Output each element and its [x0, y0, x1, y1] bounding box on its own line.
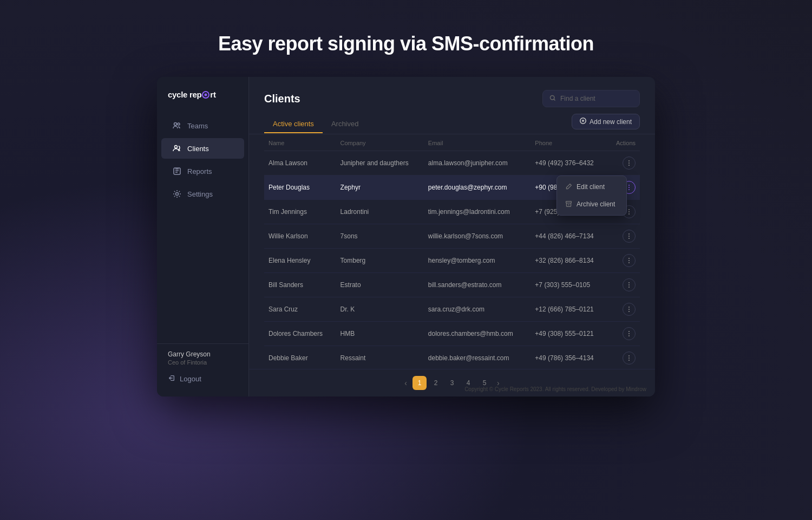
svg-point-21 — [628, 260, 630, 261]
tab-active-clients[interactable]: Active clients — [264, 115, 323, 133]
context-menu-edit[interactable]: Edit client — [557, 178, 626, 196]
page-1-button[interactable]: 1 — [412, 376, 427, 390]
svg-point-18 — [628, 236, 630, 237]
svg-point-14 — [628, 209, 630, 210]
footer-copyright: Copyright © Cycle Reports 2023. All righ… — [464, 386, 646, 392]
cell-company: Zephyr — [336, 176, 424, 200]
cell-name: Dolores Chambers — [264, 322, 336, 346]
cell-email: debbie.baker@ressaint.com — [424, 346, 531, 369]
table-row[interactable]: Debbie Baker Ressaint debbie.baker@ressa… — [264, 346, 640, 369]
actions-cell — [607, 249, 640, 273]
sidebar-item-label-clients: Clients — [187, 145, 209, 153]
table-row[interactable]: Willie Karlson 7sons willie.karlson@7son… — [264, 224, 640, 249]
sidebar-item-label-teams: Teams — [187, 122, 208, 130]
add-new-client-button[interactable]: Add new client — [572, 114, 640, 129]
actions-cell — [607, 346, 640, 369]
svg-point-12 — [628, 189, 630, 190]
user-role: Ceo of Fintoria — [168, 359, 238, 366]
reports-icon — [172, 166, 182, 176]
logout-icon — [168, 374, 175, 384]
context-menu: Edit client Archive client — [556, 176, 627, 216]
add-icon — [580, 118, 586, 126]
sidebar-item-reports[interactable]: Reports — [161, 161, 244, 181]
cell-company: Dr. K — [336, 297, 424, 322]
cell-company: Tomberg — [336, 249, 424, 273]
sidebar: cycle reprt Teams — [157, 77, 249, 396]
action-menu-button[interactable] — [623, 157, 636, 170]
user-name: Garry Greyson — [168, 350, 238, 358]
hero-title: Easy report signing via SMS-confirmation — [0, 0, 812, 77]
tabs: Active clients Archived — [264, 115, 367, 133]
logout-label: Logout — [180, 375, 201, 383]
sidebar-item-teams[interactable]: Teams — [161, 115, 244, 136]
svg-point-4 — [176, 193, 179, 196]
cell-email: alma.lawson@junipher.com — [424, 151, 531, 176]
svg-point-25 — [628, 287, 630, 288]
svg-point-26 — [628, 307, 630, 308]
svg-point-32 — [628, 355, 630, 356]
search-box[interactable] — [542, 90, 640, 107]
table-row[interactable]: Elena Hensley Tomberg hensley@tomberg.co… — [264, 249, 640, 273]
tab-archived[interactable]: Archived — [323, 115, 368, 133]
svg-point-31 — [628, 335, 630, 336]
user-info: Garry Greyson Ceo of Fintoria — [157, 343, 248, 370]
cell-phone: +49 (492) 376–6432 — [531, 151, 607, 176]
action-menu-button[interactable] — [623, 303, 636, 316]
cell-name: Peter Douglas — [264, 176, 336, 200]
cell-company: Estrato — [336, 273, 424, 297]
svg-point-19 — [628, 238, 630, 239]
teams-icon — [172, 121, 182, 131]
edit-icon — [565, 183, 572, 191]
cell-email: bill.sanders@estrato.com — [424, 273, 531, 297]
svg-point-10 — [628, 185, 630, 186]
cell-phone: +49 (786) 356–4134 — [531, 346, 607, 369]
svg-point-33 — [628, 358, 630, 359]
table-row[interactable]: Sara Cruz Dr. K sara.cruz@drk.com +12 (6… — [264, 297, 640, 322]
svg-rect-13 — [566, 202, 572, 203]
action-menu-button[interactable] — [623, 230, 636, 243]
actions-cell: Edit client Archive client — [607, 176, 640, 200]
page-3-button[interactable]: 3 — [445, 376, 459, 390]
cell-name: Elena Hensley — [264, 249, 336, 273]
svg-point-22 — [628, 262, 630, 263]
clients-table: Name Company Email Phone Actions Alma La… — [264, 134, 640, 369]
sidebar-item-settings[interactable]: Settings — [161, 184, 244, 204]
prev-page-button[interactable]: ‹ — [401, 376, 410, 389]
table-row[interactable]: Dolores Chambers HMB dolores.chambers@hm… — [264, 322, 640, 346]
svg-point-0 — [174, 123, 177, 126]
sidebar-item-clients[interactable]: Clients — [161, 138, 244, 159]
svg-point-8 — [628, 162, 630, 164]
table-row[interactable]: Bill Sanders Estrato bill.sanders@estrat… — [264, 273, 640, 297]
table-row[interactable]: Alma Lawson Junipher and daugthers alma.… — [264, 151, 640, 176]
cell-name: Tim Jennings — [264, 200, 336, 224]
svg-point-27 — [628, 309, 630, 310]
col-header-email: Email — [424, 134, 531, 151]
context-menu-archive[interactable]: Archive client — [557, 196, 626, 213]
search-input[interactable] — [560, 95, 633, 102]
cell-name: Alma Lawson — [264, 151, 336, 176]
cell-email: dolores.chambers@hmb.com — [424, 322, 531, 346]
svg-point-17 — [628, 233, 630, 235]
svg-point-28 — [628, 311, 630, 312]
svg-point-20 — [628, 258, 630, 259]
sidebar-item-label-settings: Settings — [187, 190, 213, 198]
svg-point-9 — [628, 165, 630, 166]
action-menu-button[interactable] — [623, 278, 636, 291]
table-row[interactable]: Peter Douglas Zephyr peter.douglas@zephy… — [264, 176, 640, 200]
svg-point-30 — [628, 333, 630, 334]
svg-point-34 — [628, 360, 630, 361]
page-2-button[interactable]: 2 — [429, 376, 443, 390]
actions-cell — [607, 322, 640, 346]
archive-icon — [565, 200, 572, 208]
action-menu-button[interactable] — [623, 254, 636, 267]
svg-point-1 — [178, 123, 180, 125]
action-menu-button[interactable] — [623, 327, 636, 340]
logout-button[interactable]: Logout — [157, 370, 248, 388]
cell-phone: +49 (308) 555–0121 — [531, 322, 607, 346]
cell-email: willie.karlson@7sons.com — [424, 224, 531, 249]
svg-point-24 — [628, 284, 630, 285]
cell-email: peter.douglas@zephyr.com — [424, 176, 531, 200]
cell-name: Debbie Baker — [264, 346, 336, 369]
cell-company: Junipher and daugthers — [336, 151, 424, 176]
action-menu-button[interactable] — [623, 352, 636, 365]
